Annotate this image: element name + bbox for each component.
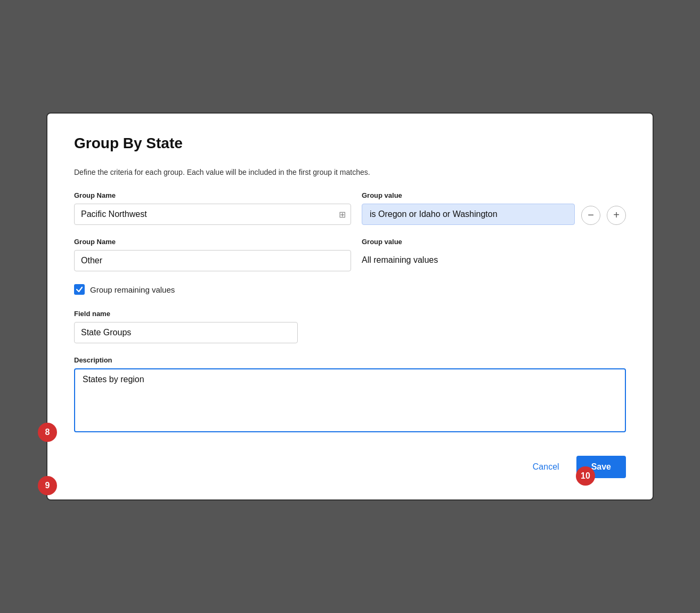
group1-name-col: Group Name ⊞: [74, 191, 351, 225]
group-row-2: Group Name Group value All remaining val…: [74, 238, 626, 271]
group2-value-col: Group value All remaining values: [362, 238, 626, 265]
group2-name-col: Group Name: [74, 238, 351, 271]
group1-value-col: Group value is Oregon or Idaho or Washin…: [362, 191, 626, 225]
description-section: Description States by region: [74, 356, 626, 434]
group-remaining-checkbox[interactable]: [74, 284, 85, 295]
field-name-input[interactable]: [74, 322, 298, 343]
checkbox-row: Group remaining values: [74, 284, 626, 295]
description-label: Description: [74, 356, 626, 364]
group1-value-label: Group value: [362, 191, 575, 199]
group-row-1: Group Name ⊞ Group value is Oregon or Id…: [74, 191, 626, 225]
table-icon: ⊞: [339, 209, 346, 220]
step-badge-10: 10: [576, 466, 595, 486]
description-textarea[interactable]: States by region: [74, 368, 626, 432]
dialog: 8 9 10 Group By State Define the criteri…: [46, 112, 654, 501]
group2-name-input[interactable]: [74, 250, 351, 271]
add-group-button[interactable]: +: [607, 206, 626, 225]
field-name-label: Field name: [74, 310, 626, 318]
dialog-description: Define the criteria for each group. Each…: [74, 168, 626, 176]
group1-name-label: Group Name: [74, 191, 351, 199]
group2-value-text: All remaining values: [362, 250, 626, 265]
group1-name-wrapper: ⊞: [74, 204, 351, 225]
group2-value-label: Group value: [362, 238, 626, 246]
group1-value-display: is Oregon or Idaho or Washington: [362, 204, 575, 225]
dialog-title: Group By State: [74, 135, 626, 152]
group2-name-label: Group Name: [74, 238, 351, 246]
checkbox-label: Group remaining values: [90, 285, 175, 294]
footer: Cancel Save: [74, 456, 626, 478]
field-name-section: Field name: [74, 310, 626, 343]
cancel-button[interactable]: Cancel: [524, 457, 568, 477]
step-badge-9: 9: [38, 476, 57, 495]
group1-name-input[interactable]: [74, 204, 351, 225]
remove-group1-button[interactable]: −: [581, 206, 600, 225]
step-badge-8: 8: [38, 423, 57, 442]
